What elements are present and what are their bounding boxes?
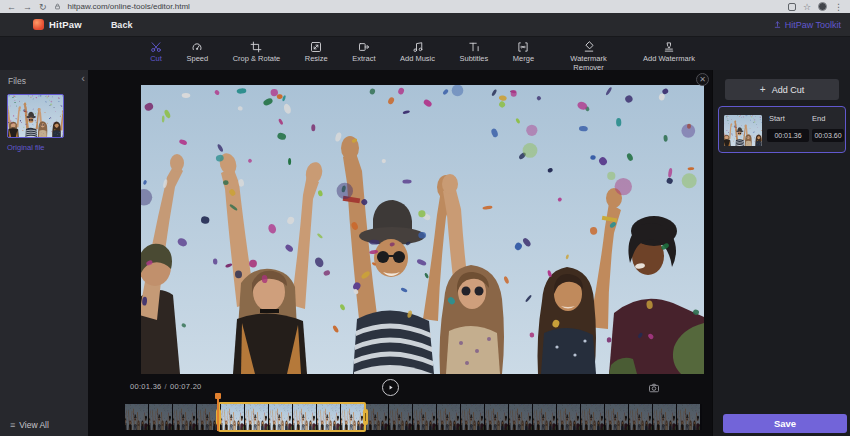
- browser-chrome: ← → ↻ hitpaw.com/online-tools/editor.htm…: [0, 0, 850, 13]
- toolkit-link-label: HitPaw Toolkit: [785, 20, 841, 30]
- toolbar-item-add-music[interactable]: Add Music: [400, 41, 435, 64]
- toolbar-item-watermark-remover[interactable]: Watermark Remover: [559, 41, 619, 72]
- filmstrip-frame[interactable]: [413, 404, 436, 430]
- toolbar-item-resize[interactable]: Resize: [305, 41, 328, 64]
- app-title: HitPaw: [49, 19, 82, 30]
- snapshot-button[interactable]: [648, 380, 660, 398]
- scissors-icon: [150, 41, 162, 53]
- toolbar-item-speed[interactable]: Speed: [187, 41, 209, 64]
- extensions-icon[interactable]: [788, 3, 796, 11]
- filmstrip-frame[interactable]: [533, 404, 556, 430]
- filmstrip-frame[interactable]: [677, 404, 700, 430]
- close-icon[interactable]: ✕: [696, 73, 709, 86]
- sidebar-collapse-icon[interactable]: ‹: [81, 73, 85, 84]
- music-note-icon: [412, 41, 424, 53]
- filmstrip-frame[interactable]: [485, 404, 508, 430]
- toolbar-item-label: Cut: [150, 55, 162, 64]
- add-cut-button[interactable]: + Add Cut: [725, 79, 839, 100]
- file-thumbnail[interactable]: [7, 94, 64, 138]
- selection-right-handle[interactable]: [363, 409, 368, 425]
- bookmark-star-icon[interactable]: ☆: [803, 2, 811, 12]
- back-button[interactable]: Back: [111, 20, 133, 30]
- crop-icon: [250, 41, 262, 53]
- end-time-field[interactable]: 00:03.60: [812, 129, 844, 142]
- filmstrip-frame[interactable]: [461, 404, 484, 430]
- time-separator: /: [165, 382, 167, 391]
- add-cut-label: Add Cut: [772, 85, 805, 95]
- hitpaw-toolkit-link[interactable]: HitPaw Toolkit: [773, 20, 841, 30]
- speedometer-icon: [191, 41, 203, 53]
- toolbar-item-cut[interactable]: Cut: [150, 41, 162, 64]
- toolbar-item-merge[interactable]: Merge: [513, 41, 534, 64]
- watermark-remover-icon: [583, 41, 595, 53]
- subtitles-icon: [468, 41, 480, 53]
- toolbar-item-label: Subtitles: [460, 55, 489, 64]
- timeline-filmstrip[interactable]: [125, 404, 702, 430]
- files-sidebar: Files ‹ Original file ≡ View All: [0, 70, 88, 436]
- browser-forward-icon[interactable]: →: [23, 2, 32, 12]
- start-time-field[interactable]: 00:01.36: [767, 129, 809, 142]
- end-label: End: [812, 114, 825, 123]
- browser-reload-icon[interactable]: ↻: [39, 2, 47, 12]
- toolbar-item-label: Speed: [187, 55, 209, 64]
- camera-icon: [648, 382, 660, 394]
- editor-toolbar: CutSpeedCrop & RotateResizeExtractAdd Mu…: [0, 37, 850, 70]
- toolbar-items: CutSpeedCrop & RotateResizeExtractAdd Mu…: [150, 41, 695, 72]
- filmstrip-frame[interactable]: [173, 404, 196, 430]
- toolbar-item-label: Resize: [305, 55, 328, 64]
- clip-thumbnail: [724, 115, 762, 146]
- total-time: 00:07.20: [170, 382, 202, 391]
- toolbar-item-add-watermark[interactable]: Add Watermark: [643, 41, 695, 64]
- cut-panel: + Add Cut Start End 00:01.36 00:03.60 Sa…: [712, 70, 850, 436]
- toolbar-item-crop-rotate[interactable]: Crop & Rotate: [233, 41, 281, 64]
- arrow-up-icon: [773, 20, 782, 29]
- filmstrip-frame[interactable]: [581, 404, 604, 430]
- view-all-label: View All: [19, 420, 49, 430]
- cut-selection-box[interactable]: [218, 402, 366, 432]
- filmstrip-frame[interactable]: [389, 404, 412, 430]
- playback-time: 00:01.36/00:07.20: [130, 382, 202, 391]
- toolbar-item-extract[interactable]: Extract: [352, 41, 375, 64]
- hitpaw-logo-icon: [33, 19, 44, 30]
- filmstrip-frame[interactable]: [605, 404, 628, 430]
- app-window: ← → ↻ hitpaw.com/online-tools/editor.htm…: [0, 0, 850, 436]
- play-button[interactable]: [382, 379, 399, 396]
- playhead-knob[interactable]: [215, 393, 221, 399]
- filmstrip-frame[interactable]: [365, 404, 388, 430]
- filmstrip-frame[interactable]: [437, 404, 460, 430]
- filmstrip-frame[interactable]: [125, 404, 148, 430]
- filmstrip-frame[interactable]: [653, 404, 676, 430]
- plus-icon: +: [760, 84, 766, 95]
- filmstrip-frame[interactable]: [509, 404, 532, 430]
- resize-icon: [310, 41, 322, 53]
- filmstrip-frame[interactable]: [149, 404, 172, 430]
- address-bar[interactable]: hitpaw.com/online-tools/editor.html: [68, 2, 190, 11]
- file-name-label: Original file: [7, 143, 45, 152]
- main-stage: ✕ 00:01.36/00:07.20: [88, 70, 712, 436]
- list-icon: ≡: [10, 420, 15, 430]
- padlock-icon: [54, 3, 61, 10]
- app-header: HitPaw Back HitPaw Toolkit: [0, 13, 850, 37]
- extract-icon: [358, 41, 370, 53]
- stamp-icon: [663, 41, 675, 53]
- browser-back-icon[interactable]: ←: [7, 2, 16, 12]
- play-icon: [386, 383, 395, 392]
- view-all-button[interactable]: ≡ View All: [10, 420, 49, 430]
- save-button[interactable]: Save: [723, 414, 847, 433]
- video-preview[interactable]: [141, 85, 704, 374]
- browser-profile-avatar[interactable]: [818, 2, 827, 11]
- browser-menu-icon[interactable]: ⋮: [834, 2, 843, 12]
- cut-clip-card[interactable]: Start End 00:01.36 00:03.60: [718, 106, 846, 153]
- start-label: Start: [769, 114, 785, 123]
- toolbar-item-label: Crop & Rotate: [233, 55, 281, 64]
- files-panel-title: Files: [8, 76, 26, 86]
- toolbar-item-label: Extract: [352, 55, 375, 64]
- filmstrip-frame[interactable]: [557, 404, 580, 430]
- playhead[interactable]: [217, 396, 219, 431]
- filmstrip-frame[interactable]: [629, 404, 652, 430]
- toolbar-item-label: Merge: [513, 55, 534, 64]
- toolbar-item-label: Add Music: [400, 55, 435, 64]
- merge-icon: [517, 41, 529, 53]
- toolbar-item-label: Add Watermark: [643, 55, 695, 64]
- toolbar-item-subtitles[interactable]: Subtitles: [460, 41, 489, 64]
